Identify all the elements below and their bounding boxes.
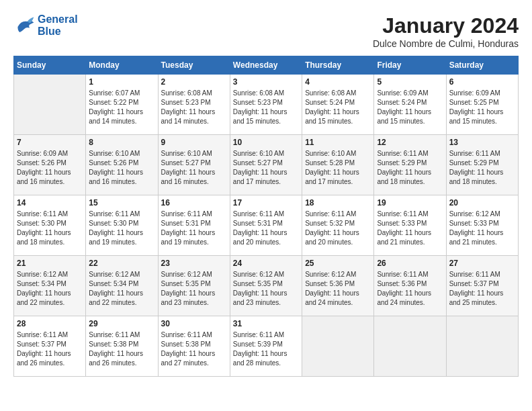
day-info: Sunrise: 6:11 AM Sunset: 5:37 PM Dayligh… xyxy=(449,270,515,308)
day-number: 20 xyxy=(449,198,515,208)
logo: General Blue xyxy=(13,13,78,38)
calendar-cell: 30 Sunrise: 6:11 AM Sunset: 5:38 PM Dayl… xyxy=(158,316,230,377)
day-number: 31 xyxy=(233,319,299,328)
day-info: Sunrise: 6:08 AM Sunset: 5:24 PM Dayligh… xyxy=(305,89,371,126)
calendar-cell: 31 Sunrise: 6:11 AM Sunset: 5:39 PM Dayl… xyxy=(230,316,302,377)
column-header-wednesday: Wednesday xyxy=(230,56,302,75)
day-number: 5 xyxy=(377,77,443,87)
calendar-cell: 1 Sunrise: 6:07 AM Sunset: 5:22 PM Dayli… xyxy=(86,75,158,135)
day-number: 8 xyxy=(89,138,154,147)
day-info: Sunrise: 6:08 AM Sunset: 5:23 PM Dayligh… xyxy=(233,89,299,126)
day-number: 19 xyxy=(377,198,443,208)
calendar-cell: 9 Sunrise: 6:10 AM Sunset: 5:27 PM Dayli… xyxy=(158,135,230,195)
day-number: 25 xyxy=(305,259,371,268)
calendar-cell xyxy=(374,316,446,377)
day-info: Sunrise: 6:11 AM Sunset: 5:36 PM Dayligh… xyxy=(377,270,443,308)
calendar-cell xyxy=(14,75,86,135)
day-number: 15 xyxy=(89,198,154,208)
day-number: 13 xyxy=(449,138,515,147)
day-info: Sunrise: 6:07 AM Sunset: 5:22 PM Dayligh… xyxy=(89,89,154,126)
day-info: Sunrise: 6:10 AM Sunset: 5:27 PM Dayligh… xyxy=(161,149,227,187)
page-header: General Blue January 2024 Dulce Nombre d… xyxy=(13,13,519,49)
calendar-week-row: 1 Sunrise: 6:07 AM Sunset: 5:22 PM Dayli… xyxy=(14,75,519,135)
day-info: Sunrise: 6:09 AM Sunset: 5:24 PM Dayligh… xyxy=(377,89,443,126)
day-info: Sunrise: 6:12 AM Sunset: 5:35 PM Dayligh… xyxy=(161,270,227,308)
calendar-cell: 16 Sunrise: 6:11 AM Sunset: 5:31 PM Dayl… xyxy=(158,195,230,256)
day-number: 21 xyxy=(17,259,83,268)
day-info: Sunrise: 6:11 AM Sunset: 5:32 PM Dayligh… xyxy=(305,210,371,247)
calendar-cell: 26 Sunrise: 6:11 AM Sunset: 5:36 PM Dayl… xyxy=(374,256,446,316)
calendar-week-row: 28 Sunrise: 6:11 AM Sunset: 5:37 PM Dayl… xyxy=(14,316,519,377)
day-info: Sunrise: 6:10 AM Sunset: 5:28 PM Dayligh… xyxy=(305,149,371,187)
day-info: Sunrise: 6:11 AM Sunset: 5:37 PM Dayligh… xyxy=(17,330,83,368)
day-info: Sunrise: 6:11 AM Sunset: 5:39 PM Dayligh… xyxy=(233,330,299,368)
day-number: 2 xyxy=(161,77,227,87)
calendar-cell: 8 Sunrise: 6:10 AM Sunset: 5:26 PM Dayli… xyxy=(86,135,158,195)
calendar-week-row: 21 Sunrise: 6:12 AM Sunset: 5:34 PM Dayl… xyxy=(14,256,519,316)
day-number: 7 xyxy=(17,138,83,147)
calendar-cell: 24 Sunrise: 6:12 AM Sunset: 5:35 PM Dayl… xyxy=(230,256,302,316)
calendar-cell: 4 Sunrise: 6:08 AM Sunset: 5:24 PM Dayli… xyxy=(302,75,374,135)
day-info: Sunrise: 6:12 AM Sunset: 5:34 PM Dayligh… xyxy=(89,270,154,308)
day-number: 23 xyxy=(161,259,227,268)
calendar-header-row: SundayMondayTuesdayWednesdayThursdayFrid… xyxy=(14,56,519,75)
calendar-cell: 15 Sunrise: 6:11 AM Sunset: 5:30 PM Dayl… xyxy=(86,195,158,256)
day-info: Sunrise: 6:11 AM Sunset: 5:30 PM Dayligh… xyxy=(89,210,154,247)
column-header-thursday: Thursday xyxy=(302,56,374,75)
day-number: 14 xyxy=(17,198,83,208)
column-header-friday: Friday xyxy=(374,56,446,75)
calendar-cell: 27 Sunrise: 6:11 AM Sunset: 5:37 PM Dayl… xyxy=(446,256,518,316)
day-info: Sunrise: 6:09 AM Sunset: 5:26 PM Dayligh… xyxy=(17,149,83,187)
day-info: Sunrise: 6:10 AM Sunset: 5:26 PM Dayligh… xyxy=(89,149,154,187)
calendar-cell xyxy=(302,316,374,377)
calendar-cell: 14 Sunrise: 6:11 AM Sunset: 5:30 PM Dayl… xyxy=(14,195,86,256)
calendar-cell: 2 Sunrise: 6:08 AM Sunset: 5:23 PM Dayli… xyxy=(158,75,230,135)
day-number: 26 xyxy=(377,259,443,268)
day-number: 24 xyxy=(233,259,299,268)
day-number: 22 xyxy=(89,259,154,268)
day-info: Sunrise: 6:12 AM Sunset: 5:36 PM Dayligh… xyxy=(305,270,371,308)
day-number: 3 xyxy=(233,77,299,87)
calendar-cell xyxy=(446,316,518,377)
location-subtitle: Dulce Nombre de Culmi, Honduras xyxy=(373,38,519,49)
calendar-cell: 20 Sunrise: 6:12 AM Sunset: 5:33 PM Dayl… xyxy=(446,195,518,256)
calendar-cell: 25 Sunrise: 6:12 AM Sunset: 5:36 PM Dayl… xyxy=(302,256,374,316)
day-info: Sunrise: 6:12 AM Sunset: 5:33 PM Dayligh… xyxy=(449,210,515,247)
calendar-cell: 22 Sunrise: 6:12 AM Sunset: 5:34 PM Dayl… xyxy=(86,256,158,316)
day-number: 4 xyxy=(305,77,371,87)
day-info: Sunrise: 6:10 AM Sunset: 5:27 PM Dayligh… xyxy=(233,149,299,187)
day-info: Sunrise: 6:11 AM Sunset: 5:38 PM Dayligh… xyxy=(161,330,227,368)
calendar-cell: 13 Sunrise: 6:11 AM Sunset: 5:29 PM Dayl… xyxy=(446,135,518,195)
column-header-monday: Monday xyxy=(86,56,158,75)
calendar-cell: 18 Sunrise: 6:11 AM Sunset: 5:32 PM Dayl… xyxy=(302,195,374,256)
day-info: Sunrise: 6:11 AM Sunset: 5:30 PM Dayligh… xyxy=(17,210,83,247)
logo-icon xyxy=(13,16,35,35)
calendar-cell: 28 Sunrise: 6:11 AM Sunset: 5:37 PM Dayl… xyxy=(14,316,86,377)
day-info: Sunrise: 6:09 AM Sunset: 5:25 PM Dayligh… xyxy=(449,89,515,126)
day-number: 28 xyxy=(17,319,83,328)
calendar-cell: 11 Sunrise: 6:10 AM Sunset: 5:28 PM Dayl… xyxy=(302,135,374,195)
day-number: 9 xyxy=(161,138,227,147)
calendar-week-row: 14 Sunrise: 6:11 AM Sunset: 5:30 PM Dayl… xyxy=(14,195,519,256)
day-number: 11 xyxy=(305,138,371,147)
column-header-sunday: Sunday xyxy=(14,56,86,75)
calendar-week-row: 7 Sunrise: 6:09 AM Sunset: 5:26 PM Dayli… xyxy=(14,135,519,195)
day-info: Sunrise: 6:11 AM Sunset: 5:31 PM Dayligh… xyxy=(233,210,299,247)
calendar-cell: 7 Sunrise: 6:09 AM Sunset: 5:26 PM Dayli… xyxy=(14,135,86,195)
calendar-cell: 3 Sunrise: 6:08 AM Sunset: 5:23 PM Dayli… xyxy=(230,75,302,135)
calendar-cell: 6 Sunrise: 6:09 AM Sunset: 5:25 PM Dayli… xyxy=(446,75,518,135)
day-info: Sunrise: 6:12 AM Sunset: 5:35 PM Dayligh… xyxy=(233,270,299,308)
calendar-cell: 29 Sunrise: 6:11 AM Sunset: 5:38 PM Dayl… xyxy=(86,316,158,377)
day-info: Sunrise: 6:11 AM Sunset: 5:33 PM Dayligh… xyxy=(377,210,443,247)
calendar-cell: 19 Sunrise: 6:11 AM Sunset: 5:33 PM Dayl… xyxy=(374,195,446,256)
calendar-table: SundayMondayTuesdayWednesdayThursdayFrid… xyxy=(13,56,519,377)
day-number: 10 xyxy=(233,138,299,147)
calendar-cell: 17 Sunrise: 6:11 AM Sunset: 5:31 PM Dayl… xyxy=(230,195,302,256)
day-number: 29 xyxy=(89,319,154,328)
day-info: Sunrise: 6:11 AM Sunset: 5:29 PM Dayligh… xyxy=(377,149,443,187)
day-number: 6 xyxy=(449,77,515,87)
day-info: Sunrise: 6:11 AM Sunset: 5:38 PM Dayligh… xyxy=(89,330,154,368)
day-number: 16 xyxy=(161,198,227,208)
day-info: Sunrise: 6:11 AM Sunset: 5:31 PM Dayligh… xyxy=(161,210,227,247)
day-number: 12 xyxy=(377,138,443,147)
